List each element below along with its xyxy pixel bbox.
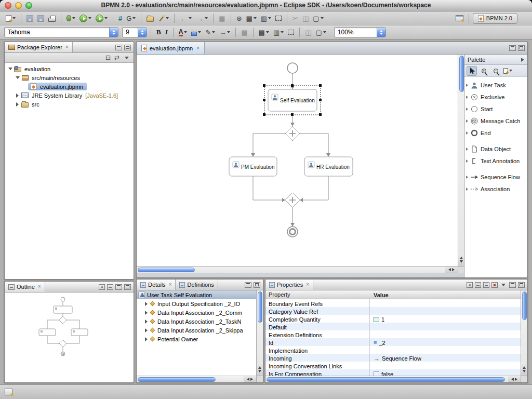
radial-layout-button[interactable]: ⊛ — [235, 12, 244, 24]
details-vscrollbar[interactable] — [256, 290, 263, 376]
layout-horizontal-button[interactable]: ▤ — [245, 12, 258, 24]
value-column-header[interactable]: Value — [369, 290, 521, 299]
collapse-arrow-icon[interactable] — [16, 76, 20, 79]
details-tab[interactable]: Details × — [137, 280, 176, 290]
font-size-combo[interactable]: 9 — [122, 27, 147, 37]
properties-maximize-button[interactable] — [518, 282, 525, 288]
close-view-icon[interactable]: × — [38, 284, 41, 289]
split-panes-button[interactable]: ◫ — [301, 12, 310, 24]
close-view-icon[interactable]: × — [65, 45, 69, 50]
open-perspective-button[interactable] — [454, 12, 465, 24]
palette-item-sequence-flow[interactable]: Sequence Flow — [464, 171, 527, 183]
scroll-arrows[interactable] — [508, 376, 521, 382]
palette-item-start[interactable]: Start — [464, 103, 527, 115]
details-item[interactable]: Data Input Association _2_Comm — [137, 308, 256, 317]
hr-evaluation-task-node[interactable]: HR Evaluation — [304, 157, 353, 176]
dropdown-arrow-icon[interactable] — [254, 17, 257, 19]
dropdown-arrow-icon[interactable] — [88, 17, 91, 19]
marquee-select-button[interactable] — [274, 12, 283, 24]
pkg-maximize-button[interactable] — [124, 45, 131, 50]
details-minimize-button[interactable] — [245, 282, 251, 288]
italic-button[interactable]: I — [164, 26, 169, 38]
properties-vscrollbar[interactable] — [521, 290, 527, 376]
palette-header[interactable]: Palette — [464, 55, 527, 65]
zoom-shape-button[interactable]: ▢ — [314, 26, 328, 38]
show-categories-button[interactable] — [475, 282, 481, 288]
property-row[interactable]: Id ≡_2 — [265, 338, 521, 346]
close-view-icon[interactable]: × — [169, 282, 172, 287]
scrollbar-thumb[interactable] — [459, 56, 464, 92]
open-resource-button[interactable] — [145, 12, 155, 24]
tree-item-evaluation[interactable]: evaluation — [5, 64, 134, 73]
print-button[interactable] — [47, 12, 57, 24]
run-external-tools-button[interactable] — [94, 12, 109, 24]
zoom-in-tool-button[interactable]: + — [478, 66, 489, 76]
search-wand-button[interactable] — [156, 12, 170, 24]
titlebar[interactable]: BPMN 2.0 - evaluation/src/main/resources… — [0, 0, 532, 11]
dropdown-arrow-icon[interactable] — [198, 31, 201, 33]
zoom-out-tool-button[interactable]: − — [490, 66, 501, 76]
dropdown-arrow-icon[interactable] — [189, 17, 192, 19]
cut-button[interactable]: ✂ — [291, 12, 300, 24]
select-marquee-button[interactable] — [286, 26, 296, 38]
dropdown-arrow-icon[interactable] — [184, 31, 187, 33]
properties-table-header[interactable]: Property Value — [265, 290, 521, 299]
crop-button[interactable]: ◫ — [303, 26, 313, 38]
details-item[interactable]: Data Input Association _2_TaskN — [137, 317, 256, 326]
dropdown-arrow-icon[interactable] — [227, 31, 230, 33]
new-diagram-button[interactable]: G — [125, 12, 137, 24]
dropdown-arrow-icon[interactable] — [509, 70, 512, 72]
details-root-item[interactable]: User Task Self Evaluation — [137, 290, 256, 299]
font-size-combo-button[interactable] — [138, 28, 147, 37]
grid-button[interactable]: # — [117, 12, 124, 24]
expand-arrow-icon[interactable] — [16, 94, 19, 98]
editor-tab-evaluation[interactable]: evaluation.jbpmn × — [137, 42, 205, 54]
scroll-arrows[interactable] — [445, 267, 458, 273]
property-row[interactable]: Completion Quantity 1 — [265, 315, 521, 323]
details-maximize-button[interactable] — [254, 282, 260, 288]
zoom-combo[interactable]: 100% — [334, 27, 386, 37]
outline-minimize-button[interactable] — [115, 284, 122, 290]
self-evaluation-task-node[interactable]: Self Evaluation — [268, 89, 317, 111]
property-column-header[interactable]: Property — [265, 290, 369, 299]
select-tool-button[interactable] — [467, 66, 477, 76]
fill-color-button[interactable] — [190, 26, 203, 38]
editor-hscrollbar[interactable] — [137, 266, 458, 273]
shape-style-button[interactable]: ▢ — [311, 12, 325, 24]
dropdown-arrow-icon[interactable] — [212, 31, 215, 33]
property-row[interactable]: Implementation — [265, 346, 521, 354]
details-item[interactable]: Potential Owner — [137, 335, 256, 343]
new-wizard-button[interactable] — [4, 12, 17, 24]
definitions-tab[interactable]: Definitions — [176, 280, 218, 290]
dropdown-arrow-icon[interactable] — [72, 17, 75, 19]
run-button[interactable] — [78, 12, 93, 24]
outline-canvas[interactable] — [5, 292, 134, 382]
pin-properties-button[interactable] — [467, 282, 473, 288]
editor-minimize-button[interactable] — [509, 45, 516, 51]
line-color-button[interactable]: ✎ — [204, 26, 217, 38]
property-row[interactable]: Category Value Ref — [265, 307, 521, 315]
palette-collapse-icon[interactable] — [521, 58, 524, 62]
window-minimize-button[interactable] — [15, 2, 22, 9]
tree-item-jre[interactable]: JRE System Library [JavaSE-1.6] — [5, 91, 134, 100]
property-row[interactable]: Incoming →Sequence Flow — [265, 354, 521, 362]
debug-button[interactable] — [65, 12, 77, 24]
dropdown-arrow-icon[interactable] — [321, 17, 324, 19]
editor-maximize-button[interactable] — [518, 45, 525, 51]
palette-item-user-task[interactable]: User Task — [464, 79, 527, 91]
dropdown-arrow-icon[interactable] — [104, 17, 108, 19]
properties-hscrollbar[interactable] — [265, 376, 521, 382]
expand-arrow-icon[interactable] — [145, 337, 148, 341]
details-item[interactable]: Input Output Specification _2_IO — [137, 299, 256, 308]
link-with-editor-button[interactable]: ⇄ — [114, 54, 119, 61]
window-zoom-button[interactable] — [25, 2, 32, 9]
dropdown-arrow-icon[interactable] — [323, 31, 326, 33]
scrollbar-thumb[interactable] — [267, 377, 505, 382]
dropdown-arrow-icon[interactable] — [12, 17, 16, 19]
properties-menu-button[interactable] — [501, 284, 506, 286]
palette-item-data-object[interactable]: Data Object — [464, 143, 527, 155]
palette-item-message-catch[interactable]: Message Catch — [464, 115, 527, 127]
end-event-node[interactable] — [287, 227, 298, 237]
diagram-canvas[interactable]: Self Evaluation PM Evaluation HR — [137, 55, 458, 266]
palette-item-exclusive[interactable]: Exclusive — [464, 91, 527, 103]
